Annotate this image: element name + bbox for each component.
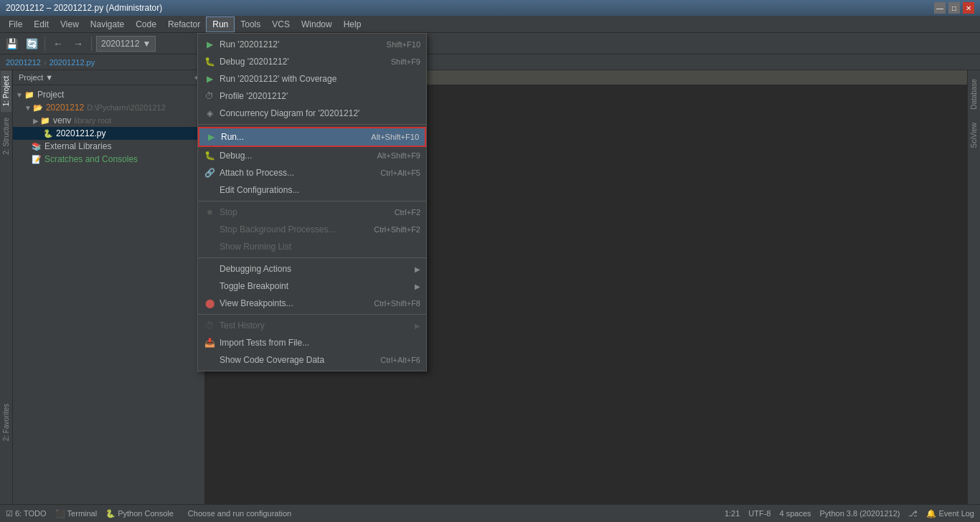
menu-concurrency-item[interactable]: ◈ Concurrency Diagram for '20201212' — [198, 105, 426, 122]
left-vtab-project[interactable]: 1: Project — [1, 70, 11, 112]
tree-item-project[interactable]: ▼ 📁 Project — [13, 88, 204, 101]
stop-left: ■ Stop — [204, 207, 237, 218]
run-dot-icon: ▶ — [205, 131, 217, 143]
toolbar-back-button[interactable]: ← — [50, 35, 67, 52]
menu-debug-item[interactable]: 🐛 Debug '20201212' Shift+F9 — [198, 53, 426, 70]
event-log-button[interactable]: 🔔 Event Log — [926, 509, 974, 518]
debug-actions-arrow: ▶ — [415, 265, 420, 273]
right-tab-sciview[interactable]: SciView — [969, 117, 979, 153]
debug-actions-icon — [204, 263, 215, 275]
toggle-bp-label: Toggle Breakpoint — [220, 281, 288, 291]
toolbar-sync-button[interactable]: 🔄 — [23, 35, 40, 52]
bottom-python-console[interactable]: 🐍 Python Console — [105, 509, 174, 518]
menu-stop-item: ■ Stop Ctrl+F2 — [198, 204, 426, 221]
tree-label-venv-lib: library root — [74, 116, 111, 125]
menu-test-history-item: ⏱ Test History ▶ — [198, 317, 426, 334]
tree-item-extlibs[interactable]: 📚 External Libraries — [13, 140, 204, 153]
menu-profile-item[interactable]: ⏱ Profile '20201212' — [198, 87, 426, 105]
show-coverage-icon — [204, 354, 215, 366]
stop-bg-icon — [204, 224, 215, 235]
menu-toggle-breakpoint-item[interactable]: Toggle Breakpoint ▶ — [198, 277, 426, 295]
pyfile-icon: 🐍 — [43, 129, 53, 138]
venv-icon: 📁 — [40, 116, 50, 125]
stop-shortcut: Ctrl+F2 — [395, 208, 420, 217]
menu-run-coverage-item[interactable]: ▶ Run '20201212' with Coverage — [198, 70, 426, 87]
debug-dot-icon: 🐛 — [204, 150, 215, 161]
menu-run-dot-item[interactable]: ▶ Run... Alt+Shift+F10 — [198, 127, 426, 147]
dropdown-arrow-icon: ▼ — [142, 39, 151, 49]
menu-navigate[interactable]: Navigate — [85, 16, 130, 32]
scratches-icon: 📝 — [32, 155, 42, 164]
maximize-button[interactable]: □ — [948, 2, 960, 14]
menu-run-item[interactable]: ▶ Run '20201212' Shift+F10 — [198, 36, 426, 53]
tree-item-venv[interactable]: ▶ 📁 venv library root — [13, 114, 204, 127]
debug-dot-shortcut: Alt+Shift+F9 — [377, 151, 420, 160]
menu-debug-dot-item[interactable]: 🐛 Debug... Alt+Shift+F9 — [198, 147, 426, 164]
menu-view-breakpoints-item[interactable]: ⬤ View Breakpoints... Ctrl+Shift+F8 — [198, 295, 426, 312]
minimize-button[interactable]: — — [934, 2, 946, 14]
menu-edit[interactable]: Edit — [28, 16, 55, 32]
test-history-label: Test History — [220, 321, 265, 331]
tree-label-scratches: Scratches and Consoles — [44, 154, 138, 164]
status-text: Choose and run configuration — [174, 509, 725, 518]
tree-arrow-project: ▼ — [16, 91, 23, 99]
run-config-dropdown[interactable]: 20201212 ▼ — [96, 36, 156, 52]
menu-run[interactable]: Run — [206, 16, 235, 32]
cursor-position: 1:21 — [725, 509, 740, 518]
toolbar: 💾 🔄 ← → 20201212 ▼ — [0, 33, 980, 54]
debug-icon: 🐛 — [204, 56, 215, 67]
tree-arrow-20201212: ▼ — [24, 104, 32, 112]
menu-code[interactable]: Code — [130, 16, 162, 32]
project-tree: ▼ 📁 Project ▼ 📂 20201212 D:\Pycharm\2020… — [13, 85, 204, 504]
menu-tools[interactable]: Tools — [235, 16, 266, 32]
toolbar-forward-button[interactable]: → — [70, 35, 87, 52]
menu-bar: File Edit View Navigate Code Refactor Ru… — [0, 16, 980, 33]
close-button[interactable]: ✕ — [963, 2, 974, 14]
tree-item-scratches[interactable]: 📝 Scratches and Consoles — [13, 153, 204, 166]
breadcrumb-bar: 20201212 › 20201212.py — [0, 54, 980, 70]
menu-show-coverage-item[interactable]: Show Code Coverage Data Ctrl+Alt+F6 — [198, 351, 426, 369]
bottom-right: 1:21 UTF-8 4 spaces Python 3.8 (20201212… — [725, 509, 974, 518]
tree-arrow-venv: ▶ — [33, 117, 39, 125]
run-coverage-label: Run '20201212' with Coverage — [220, 74, 336, 84]
menu-attach-item[interactable]: 🔗 Attach to Process... Ctrl+Alt+F5 — [198, 164, 426, 181]
menu-help[interactable]: Help — [338, 16, 367, 32]
tree-item-pyfile[interactable]: 🐍 20201212.py — [13, 127, 204, 140]
title-bar: 20201212 – 20201212.py (Administrator) —… — [0, 0, 980, 16]
menu-vcs[interactable]: VCS — [266, 16, 296, 32]
breadcrumb-project[interactable]: 20201212 — [6, 58, 41, 67]
menu-window[interactable]: Window — [296, 16, 338, 32]
separator-2 — [198, 201, 426, 201]
terminal-icon: ⬛ — [55, 509, 65, 518]
encoding: UTF-8 — [748, 509, 771, 518]
toggle-bp-arrow: ▶ — [415, 283, 420, 290]
menu-import-tests-item[interactable]: 📥 Import Tests from File... — [198, 334, 426, 351]
import-tests-left: 📥 Import Tests from File... — [204, 337, 309, 348]
separator-1 — [198, 124, 426, 125]
window-controls: — □ ✕ — [934, 2, 974, 14]
menu-file[interactable]: File — [3, 16, 28, 32]
folder-icon: 📂 — [33, 103, 43, 113]
menu-edit-configs-item[interactable]: Edit Configurations... — [198, 181, 426, 199]
toggle-bp-left: Toggle Breakpoint — [204, 280, 288, 292]
attach-label: Attach to Process... — [220, 168, 294, 178]
breadcrumb-file[interactable]: 20201212.py — [50, 58, 95, 67]
bottom-terminal[interactable]: ⬛ Terminal — [55, 509, 98, 518]
debug-item-left: 🐛 Debug '20201212' — [204, 56, 289, 67]
tree-item-20201212[interactable]: ▼ 📂 20201212 D:\Pycharm\20201212 — [13, 101, 204, 114]
tree-path-20201212: D:\Pycharm\20201212 — [87, 103, 165, 112]
stop-icon: ■ — [204, 207, 215, 218]
menu-debug-actions-item[interactable]: Debugging Actions ▶ — [198, 260, 426, 277]
view-bp-left: ⬤ View Breakpoints... — [204, 298, 293, 309]
menu-view[interactable]: View — [55, 16, 85, 32]
bottom-todo[interactable]: ☑ 6: TODO — [6, 509, 47, 518]
left-vtab-favorites[interactable]: 2: Favorites — [1, 398, 11, 447]
run-icon: ▶ — [204, 39, 215, 50]
toolbar-save-button[interactable]: 💾 — [3, 35, 20, 52]
left-vtab-structure[interactable]: 2: Structure — [1, 112, 11, 161]
menu-refactor[interactable]: Refactor — [162, 16, 206, 32]
run-coverage-icon: ▶ — [204, 73, 215, 85]
tree-label-extlibs: External Libraries — [44, 141, 111, 151]
right-tab-database[interactable]: Database — [969, 73, 979, 115]
profile-icon: ⏱ — [204, 90, 215, 102]
